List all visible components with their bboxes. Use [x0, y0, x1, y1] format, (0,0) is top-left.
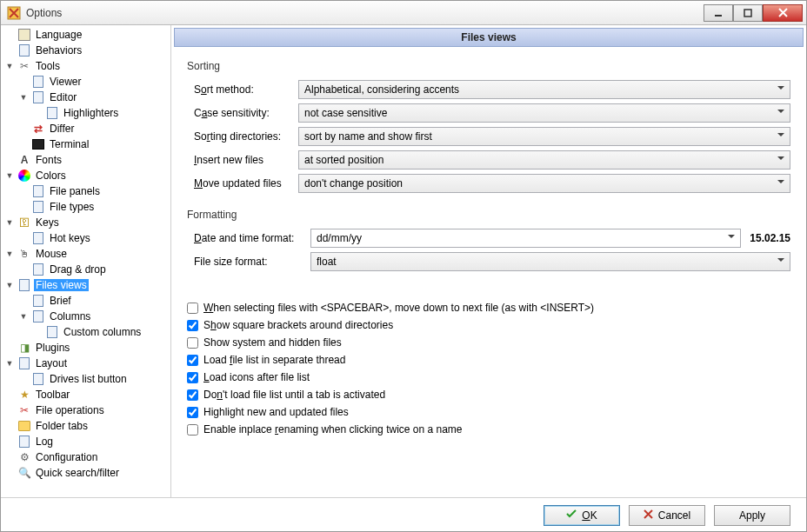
insert-new-files-label: Insert new files [187, 154, 298, 166]
tree-item-files-views[interactable]: ▼Files views [1, 277, 170, 293]
tree-item-terminal[interactable]: Terminal [1, 136, 170, 152]
twisty-icon[interactable]: ▼ [4, 360, 15, 368]
titlebar: Options [1, 1, 806, 25]
page-icon [45, 325, 59, 339]
twisty-icon[interactable]: ▼ [4, 172, 15, 180]
move-updated-files-combo[interactable]: don't change position [298, 174, 790, 193]
date-format-input[interactable]: dd/mm/yy [310, 229, 741, 248]
tree-item-label: File panels [48, 185, 102, 197]
window-title: Options [26, 7, 704, 19]
key-icon: ⚿ [17, 216, 31, 229]
option-checkbox-label[interactable]: Enable inplace renaming when clicking tw… [203, 423, 463, 436]
apply-button[interactable]: Apply [714, 505, 790, 526]
tree-item-label: Drag & drop [48, 263, 108, 276]
tree-item-colors[interactable]: ▼Colors [1, 168, 170, 183]
tree-item-behaviors[interactable]: Behaviors [1, 43, 170, 58]
tree-item-plugins[interactable]: ◨Plugins [1, 340, 170, 356]
tree-item-custom-columns[interactable]: Custom columns [1, 324, 170, 340]
option-checkbox-label[interactable]: Load icons after file list [203, 371, 310, 383]
tree-item-differ[interactable]: ⇄Differ [1, 121, 170, 136]
tree-item-label: Colors [34, 170, 68, 182]
tree-item-label: Toolbar [34, 389, 71, 401]
page-icon [31, 75, 45, 89]
sorting-directories-combo[interactable]: sort by name and show first [298, 127, 790, 146]
option-checkbox-row: Highlight new and updated files [187, 403, 790, 421]
lang-icon [17, 28, 31, 42]
case-sensitivity-combo[interactable]: not case sensitive [298, 103, 790, 123]
option-checkbox-label[interactable]: Load file list in separate thread [203, 354, 345, 366]
option-checkbox-label[interactable]: Don't load file list until a tab is acti… [203, 389, 385, 401]
tree-item-highlighters[interactable]: Highlighters [1, 105, 170, 121]
file-size-format-label: File size format: [187, 256, 310, 268]
close-button[interactable] [763, 4, 803, 22]
tree-item-keys[interactable]: ▼⚿Keys [1, 215, 170, 230]
tree-item-viewer[interactable]: Viewer [1, 74, 170, 90]
tree-item-editor[interactable]: ▼Editor [1, 90, 170, 105]
option-checkbox-5[interactable] [187, 389, 198, 401]
option-checkbox-label[interactable]: When selecting files with <SPACEBAR>, mo… [203, 302, 594, 314]
sort-method-combo[interactable]: Alphabetical, considering accents [298, 80, 790, 99]
tree-item-label: Quick search/filter [34, 467, 121, 479]
sorting-directories-label: Sorting directories: [187, 130, 298, 143]
option-checkbox-label[interactable]: Highlight new and updated files [203, 406, 349, 418]
option-checkbox-0[interactable] [187, 303, 198, 314]
tree-item-label: Highlighters [62, 107, 120, 119]
tree-item-label: Behaviors [34, 44, 83, 57]
tree-item-quick-search-filter[interactable]: 🔍Quick search/filter [1, 465, 170, 481]
cancel-button[interactable]: Cancel [629, 505, 705, 526]
insert-new-files-combo[interactable]: at sorted position [298, 150, 790, 170]
tree-item-brief[interactable]: Brief [1, 293, 170, 309]
minimize-button[interactable] [704, 4, 733, 22]
tree-item-file-operations[interactable]: ✂File operations [1, 402, 170, 418]
option-checkbox-1[interactable] [187, 320, 198, 331]
tree-item-folder-tabs[interactable]: Folder tabs [1, 418, 170, 434]
diff-icon: ⇄ [31, 122, 45, 136]
twisty-icon[interactable]: ▼ [4, 219, 15, 227]
twisty-icon[interactable]: ▼ [18, 94, 29, 102]
option-checkbox-row: Load icons after file list [187, 369, 790, 386]
options-tree[interactable]: LanguageBehaviors▼✂ToolsViewer▼EditorHig… [1, 25, 171, 497]
tree-item-log[interactable]: Log [1, 434, 170, 449]
ok-button[interactable]: OK [544, 505, 620, 526]
sorting-group-label: Sorting [187, 58, 790, 72]
page-icon [17, 278, 31, 292]
tree-item-label: Language [34, 29, 83, 41]
tree-item-toolbar[interactable]: ★Toolbar [1, 387, 170, 402]
tree-item-label: Terminal [48, 138, 90, 150]
page-icon [31, 309, 45, 323]
tree-item-language[interactable]: Language [1, 27, 170, 43]
option-checkbox-6[interactable] [187, 407, 198, 418]
option-checkbox-7[interactable] [187, 424, 198, 436]
tree-item-layout[interactable]: ▼Layout [1, 356, 170, 371]
file-size-format-combo[interactable]: float [310, 252, 790, 271]
twisty-icon[interactable]: ▼ [4, 250, 15, 258]
option-checkbox-row: Don't load file list until a tab is acti… [187, 386, 790, 403]
maximize-button[interactable] [733, 4, 763, 22]
folder-icon [17, 419, 31, 433]
tree-item-drives-list-button[interactable]: Drives list button [1, 371, 170, 387]
tree-item-columns[interactable]: ▼Columns [1, 309, 170, 324]
twisty-icon[interactable]: ▼ [4, 282, 15, 289]
tree-item-label: Folder tabs [34, 420, 90, 432]
tree-item-file-panels[interactable]: File panels [1, 183, 170, 199]
option-checkbox-2[interactable] [187, 337, 198, 349]
twisty-icon[interactable]: ▼ [4, 63, 15, 70]
tree-item-label: Keys [34, 216, 61, 229]
tree-item-file-types[interactable]: File types [1, 199, 170, 215]
tree-item-hot-keys[interactable]: Hot keys [1, 230, 170, 246]
option-checkbox-label[interactable]: Show square brackets around directories [203, 319, 393, 331]
option-checkbox-4[interactable] [187, 372, 198, 383]
twisty-icon[interactable]: ▼ [18, 313, 29, 321]
page-icon [31, 184, 45, 198]
tree-item-configuration[interactable]: ⚙Configuration [1, 449, 170, 465]
option-checkbox-3[interactable] [187, 355, 198, 366]
tree-item-fonts[interactable]: AFonts [1, 152, 170, 168]
tree-item-tools[interactable]: ▼✂Tools [1, 58, 170, 74]
page-icon [31, 263, 45, 276]
tree-item-drag-drop[interactable]: Drag & drop [1, 262, 170, 277]
page-icon [17, 435, 31, 449]
tree-item-label: Brief [48, 295, 73, 307]
tree-item-mouse[interactable]: ▼🖱Mouse [1, 246, 170, 262]
page-title: Files views [174, 28, 804, 47]
option-checkbox-label[interactable]: Show system and hidden files [203, 336, 342, 349]
